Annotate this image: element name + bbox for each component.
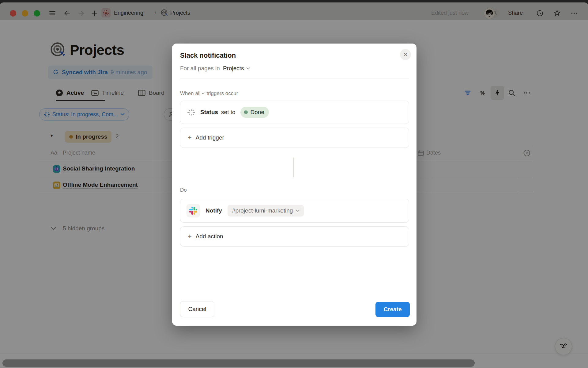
channel-select[interactable]: #project-lumi-marketing: [228, 205, 304, 217]
when-prefix: When: [180, 90, 194, 97]
modal-title: Slack notification: [180, 52, 236, 59]
trigger-connector: set to: [221, 109, 235, 116]
scope-selector[interactable]: Projects: [223, 65, 250, 72]
add-action-label: Add action: [196, 233, 223, 240]
when-section-label: When all triggers occur: [180, 90, 238, 97]
create-button[interactable]: Create: [375, 302, 410, 317]
slack-logo-tile: [187, 204, 200, 217]
chevron-down-icon: [246, 67, 250, 70]
scope-value: Projects: [223, 65, 244, 72]
flow-connector-line: [293, 158, 294, 177]
add-action-button[interactable]: + Add action: [180, 226, 409, 247]
done-dot: [244, 110, 248, 114]
modal-divider: [180, 79, 409, 79]
when-selector[interactable]: all: [195, 90, 205, 97]
trigger-value: Done: [251, 109, 264, 116]
trigger-property: Status: [200, 109, 218, 116]
screen: Engineering / Projects Edited just now A: [0, 0, 588, 368]
plus-icon: +: [188, 134, 192, 142]
do-section-label: Do: [180, 187, 187, 193]
action-card[interactable]: Notify #project-lumi-marketing: [180, 199, 409, 223]
when-suffix: triggers occur: [206, 90, 238, 97]
action-channel: #project-lumi-marketing: [232, 207, 293, 214]
done-status-pill[interactable]: Done: [240, 107, 269, 118]
chevron-down-icon: [202, 92, 205, 95]
slack-logo-icon: [189, 207, 197, 215]
scope-prefix: For all pages in: [180, 65, 220, 72]
action-verb: Notify: [205, 207, 222, 214]
status-spinner-icon: [187, 108, 195, 117]
add-trigger-button[interactable]: + Add trigger: [180, 128, 409, 148]
trigger-card[interactable]: Status set to Done: [180, 101, 409, 124]
plus-icon: +: [188, 232, 192, 240]
add-trigger-label: Add trigger: [196, 134, 224, 141]
close-icon[interactable]: ✕: [400, 49, 411, 60]
chevron-down-icon: [296, 209, 300, 212]
modal-scope-row: For all pages in Projects: [180, 65, 250, 72]
when-selector-value: all: [195, 90, 200, 97]
cancel-button[interactable]: Cancel: [180, 301, 214, 317]
slack-notification-modal: Slack notification ✕ For all pages in Pr…: [172, 44, 417, 326]
